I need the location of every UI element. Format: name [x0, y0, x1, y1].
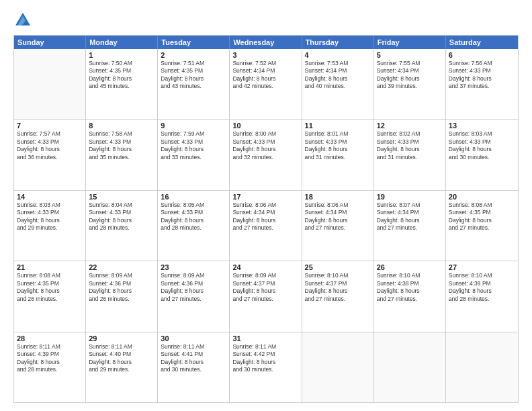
calendar-cell: 27Sunrise: 8:10 AMSunset: 4:39 PMDayligh… — [446, 261, 518, 331]
calendar-cell: 1Sunrise: 7:50 AMSunset: 4:35 PMDaylight… — [86, 49, 158, 119]
calendar-cell: 14Sunrise: 8:03 AMSunset: 4:33 PMDayligh… — [14, 191, 86, 261]
cell-content: Sunrise: 7:51 AMSunset: 4:35 PMDaylight:… — [161, 60, 226, 91]
calendar-cell: 5Sunrise: 7:55 AMSunset: 4:34 PMDaylight… — [374, 49, 446, 119]
day-number: 21 — [17, 263, 83, 271]
calendar-cell: 6Sunrise: 7:56 AMSunset: 4:33 PMDaylight… — [446, 49, 518, 119]
day-number: 13 — [449, 122, 515, 130]
cell-content: Sunrise: 8:10 AMSunset: 4:39 PMDaylight:… — [449, 272, 515, 303]
day-number: 5 — [377, 51, 443, 59]
calendar-cell: 9Sunrise: 7:59 AMSunset: 4:33 PMDaylight… — [158, 120, 230, 189]
cell-content: Sunrise: 8:04 AMSunset: 4:33 PMDaylight:… — [89, 201, 154, 232]
cell-content: Sunrise: 8:09 AMSunset: 4:37 PMDaylight:… — [232, 272, 298, 303]
cell-content: Sunrise: 7:53 AMSunset: 4:34 PMDaylight:… — [305, 60, 371, 91]
calendar-cell: 22Sunrise: 8:09 AMSunset: 4:36 PMDayligh… — [86, 261, 158, 331]
day-number: 18 — [305, 193, 371, 201]
cell-content: Sunrise: 8:09 AMSunset: 4:36 PMDaylight:… — [89, 272, 154, 303]
day-number: 27 — [449, 263, 515, 271]
page: SundayMondayTuesdayWednesdayThursdayFrid… — [0, 0, 532, 411]
cell-content: Sunrise: 8:09 AMSunset: 4:36 PMDaylight:… — [161, 272, 226, 303]
day-number: 10 — [232, 122, 298, 130]
cell-content: Sunrise: 8:06 AMSunset: 4:34 PMDaylight:… — [305, 201, 371, 232]
day-number: 14 — [17, 193, 83, 201]
day-number: 25 — [305, 263, 371, 271]
calendar-cell — [14, 49, 86, 119]
calendar-cell: 31Sunrise: 8:11 AMSunset: 4:42 PMDayligh… — [230, 332, 302, 402]
calendar-cell: 13Sunrise: 8:03 AMSunset: 4:33 PMDayligh… — [446, 120, 518, 189]
cell-content: Sunrise: 7:55 AMSunset: 4:34 PMDaylight:… — [377, 60, 443, 91]
calendar-cell: 25Sunrise: 8:10 AMSunset: 4:37 PMDayligh… — [302, 261, 374, 331]
cell-content: Sunrise: 8:03 AMSunset: 4:33 PMDaylight:… — [449, 130, 515, 161]
calendar-header: SundayMondayTuesdayWednesdayThursdayFrid… — [14, 36, 518, 49]
day-number: 2 — [161, 51, 226, 59]
header-cell-monday: Monday — [86, 36, 158, 49]
calendar-cell: 28Sunrise: 8:11 AMSunset: 4:39 PMDayligh… — [14, 332, 86, 402]
calendar-week-2: 7Sunrise: 7:57 AMSunset: 4:33 PMDaylight… — [14, 119, 518, 189]
calendar-cell — [302, 332, 374, 402]
cell-content: Sunrise: 8:10 AMSunset: 4:38 PMDaylight:… — [377, 272, 443, 303]
cell-content: Sunrise: 8:07 AMSunset: 4:34 PMDaylight:… — [377, 201, 443, 232]
day-number: 16 — [161, 193, 226, 201]
header-cell-sunday: Sunday — [14, 36, 86, 49]
day-number: 24 — [232, 263, 298, 271]
cell-content: Sunrise: 7:59 AMSunset: 4:33 PMDaylight:… — [161, 130, 226, 161]
calendar-body: 1Sunrise: 7:50 AMSunset: 4:35 PMDaylight… — [14, 49, 518, 402]
day-number: 7 — [17, 122, 83, 130]
day-number: 4 — [305, 51, 371, 59]
header-cell-friday: Friday — [374, 36, 446, 49]
calendar: SundayMondayTuesdayWednesdayThursdayFrid… — [13, 35, 519, 403]
header-cell-tuesday: Tuesday — [158, 36, 230, 49]
day-number: 20 — [449, 193, 515, 201]
calendar-cell: 7Sunrise: 7:57 AMSunset: 4:33 PMDaylight… — [14, 120, 86, 189]
day-number: 17 — [232, 193, 298, 201]
calendar-week-4: 21Sunrise: 8:08 AMSunset: 4:35 PMDayligh… — [14, 261, 518, 331]
header-cell-saturday: Saturday — [446, 36, 518, 49]
calendar-cell: 18Sunrise: 8:06 AMSunset: 4:34 PMDayligh… — [302, 191, 374, 261]
calendar-week-3: 14Sunrise: 8:03 AMSunset: 4:33 PMDayligh… — [14, 190, 518, 261]
logo-icon — [13, 11, 32, 30]
calendar-cell: 2Sunrise: 7:51 AMSunset: 4:35 PMDaylight… — [158, 49, 230, 119]
day-number: 26 — [377, 263, 443, 271]
calendar-cell: 17Sunrise: 8:06 AMSunset: 4:34 PMDayligh… — [230, 191, 302, 261]
cell-content: Sunrise: 8:02 AMSunset: 4:33 PMDaylight:… — [377, 130, 443, 161]
day-number: 9 — [161, 122, 226, 130]
calendar-cell: 26Sunrise: 8:10 AMSunset: 4:38 PMDayligh… — [374, 261, 446, 331]
cell-content: Sunrise: 7:58 AMSunset: 4:33 PMDaylight:… — [89, 130, 154, 161]
calendar-cell: 12Sunrise: 8:02 AMSunset: 4:33 PMDayligh… — [374, 120, 446, 189]
day-number: 30 — [161, 334, 226, 342]
cell-content: Sunrise: 8:11 AMSunset: 4:42 PMDaylight:… — [232, 343, 298, 374]
cell-content: Sunrise: 7:50 AMSunset: 4:35 PMDaylight:… — [89, 60, 154, 91]
day-number: 29 — [89, 334, 154, 342]
logo — [13, 11, 36, 30]
cell-content: Sunrise: 8:00 AMSunset: 4:33 PMDaylight:… — [232, 130, 298, 161]
cell-content: Sunrise: 8:08 AMSunset: 4:35 PMDaylight:… — [17, 272, 83, 303]
cell-content: Sunrise: 8:06 AMSunset: 4:34 PMDaylight:… — [232, 201, 298, 232]
calendar-cell: 19Sunrise: 8:07 AMSunset: 4:34 PMDayligh… — [374, 191, 446, 261]
cell-content: Sunrise: 7:57 AMSunset: 4:33 PMDaylight:… — [17, 130, 83, 161]
header — [13, 11, 519, 30]
day-number: 12 — [377, 122, 443, 130]
calendar-cell: 20Sunrise: 8:08 AMSunset: 4:35 PMDayligh… — [446, 191, 518, 261]
calendar-cell: 8Sunrise: 7:58 AMSunset: 4:33 PMDaylight… — [86, 120, 158, 189]
calendar-cell: 15Sunrise: 8:04 AMSunset: 4:33 PMDayligh… — [86, 191, 158, 261]
calendar-cell — [446, 332, 518, 402]
day-number: 3 — [232, 51, 298, 59]
day-number: 8 — [89, 122, 154, 130]
cell-content: Sunrise: 8:11 AMSunset: 4:40 PMDaylight:… — [89, 343, 154, 374]
cell-content: Sunrise: 8:05 AMSunset: 4:33 PMDaylight:… — [161, 201, 226, 232]
calendar-cell: 23Sunrise: 8:09 AMSunset: 4:36 PMDayligh… — [158, 261, 230, 331]
calendar-cell: 3Sunrise: 7:52 AMSunset: 4:34 PMDaylight… — [230, 49, 302, 119]
cell-content: Sunrise: 7:52 AMSunset: 4:34 PMDaylight:… — [232, 60, 298, 91]
day-number: 31 — [232, 334, 298, 342]
day-number: 15 — [89, 193, 154, 201]
calendar-cell: 29Sunrise: 8:11 AMSunset: 4:40 PMDayligh… — [86, 332, 158, 402]
header-cell-wednesday: Wednesday — [230, 36, 302, 49]
cell-content: Sunrise: 8:08 AMSunset: 4:35 PMDaylight:… — [449, 201, 515, 232]
calendar-cell — [374, 332, 446, 402]
calendar-cell: 11Sunrise: 8:01 AMSunset: 4:33 PMDayligh… — [302, 120, 374, 189]
day-number: 19 — [377, 193, 443, 201]
calendar-week-5: 28Sunrise: 8:11 AMSunset: 4:39 PMDayligh… — [14, 332, 518, 402]
cell-content: Sunrise: 8:01 AMSunset: 4:33 PMDaylight:… — [305, 130, 371, 161]
header-cell-thursday: Thursday — [302, 36, 374, 49]
calendar-cell: 16Sunrise: 8:05 AMSunset: 4:33 PMDayligh… — [158, 191, 230, 261]
cell-content: Sunrise: 8:10 AMSunset: 4:37 PMDaylight:… — [305, 272, 371, 303]
